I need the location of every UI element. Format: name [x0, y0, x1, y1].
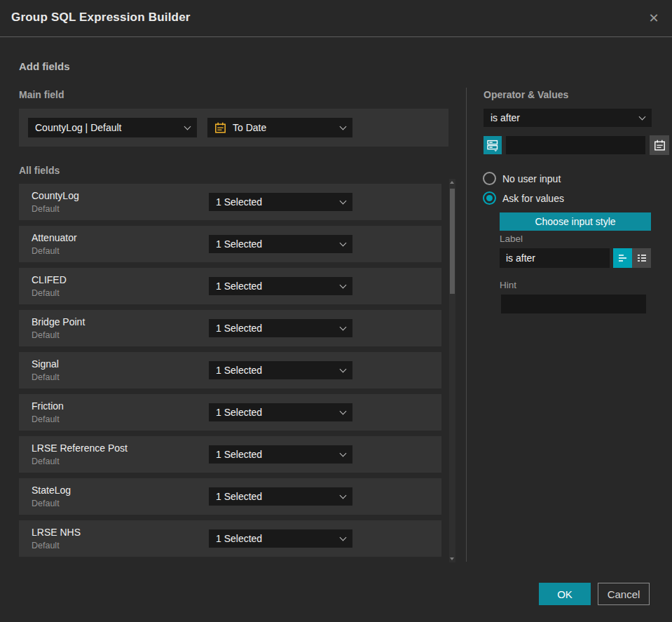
field-count-select[interactable]: 1 Selected — [209, 487, 352, 506]
chevron-down-icon — [340, 534, 347, 541]
field-subtitle: Default — [32, 414, 60, 424]
chevron-down-icon — [340, 407, 347, 414]
radio-label: No user input — [502, 173, 561, 184]
field-subtitle: Default — [32, 204, 60, 214]
radio-icon — [483, 172, 496, 185]
chevron-down-icon — [340, 281, 347, 288]
field-subtitle: Default — [32, 330, 60, 340]
operator-values-heading: Operator & Values — [484, 89, 568, 100]
field-name: Attenuator — [32, 232, 77, 243]
scroll-down-icon[interactable] — [450, 557, 454, 560]
list-icon — [636, 253, 647, 263]
list-scrollbar[interactable] — [449, 179, 455, 562]
field-subtitle: Default — [32, 457, 60, 466]
field-row: Signal Default 1 Selected — [19, 352, 441, 388]
add-fields-heading: Add fields — [19, 60, 70, 72]
date-field-select-value: To Date — [233, 122, 266, 133]
field-name: LRSE NHS — [32, 527, 81, 538]
choose-input-style-button[interactable]: Choose input style — [500, 212, 651, 231]
chevron-down-icon — [340, 449, 347, 457]
field-count-select[interactable]: 1 Selected — [209, 403, 352, 421]
scrollbar-thumb[interactable] — [450, 189, 455, 294]
field-name: Signal — [32, 358, 59, 370]
field-count-value: 1 Selected — [216, 196, 262, 208]
field-name: Bridge Point — [32, 316, 85, 327]
field-count-select[interactable]: 1 Selected — [209, 277, 352, 295]
hint-input[interactable] — [501, 295, 646, 313]
value-input[interactable] — [506, 136, 645, 154]
field-count-value: 1 Selected — [216, 449, 262, 460]
field-count-value: 1 Selected — [216, 280, 262, 292]
field-row: Friction Default 1 Selected — [19, 394, 441, 431]
field-count-select[interactable]: 1 Selected — [209, 445, 352, 464]
calendar-icon — [214, 122, 226, 134]
ok-button[interactable]: OK — [539, 583, 591, 605]
unique-values-button[interactable] — [484, 136, 502, 154]
main-field-select[interactable]: CountyLog | Default — [28, 118, 197, 137]
field-subtitle: Default — [32, 499, 60, 508]
close-icon[interactable]: ✕ — [645, 10, 662, 27]
field-count-select[interactable]: 1 Selected — [209, 529, 352, 548]
main-field-panel: CountyLog | Default To Date — [19, 109, 448, 147]
field-count-value: 1 Selected — [216, 533, 262, 544]
dialog-titlebar: Group SQL Expression Builder ✕ — [0, 0, 672, 37]
field-count-select[interactable]: 1 Selected — [209, 361, 352, 379]
chevron-down-icon — [184, 123, 191, 130]
field-count-value: 1 Selected — [216, 365, 262, 376]
operator-select-value: is after — [491, 112, 520, 123]
operator-select[interactable]: is after — [484, 109, 652, 127]
field-count-select[interactable]: 1 Selected — [209, 319, 352, 337]
field-name: CLIFED — [32, 274, 67, 285]
radio-label: Ask for values — [502, 193, 564, 204]
list-style-button[interactable] — [632, 248, 651, 268]
main-field-select-value: CountyLog | Default — [35, 122, 122, 133]
unique-values-icon — [486, 139, 499, 151]
field-row: Attenuator Default 1 Selected — [19, 226, 441, 262]
field-count-select[interactable]: 1 Selected — [209, 193, 352, 211]
date-picker-button[interactable] — [650, 135, 669, 155]
value-row — [484, 135, 652, 155]
field-row: LRSE Reference Post Default 1 Selected — [19, 436, 441, 473]
hint-field-label: Hint — [500, 280, 516, 290]
field-subtitle: Default — [32, 246, 60, 256]
field-name: Friction — [32, 400, 64, 412]
field-row: Bridge Point Default 1 Selected — [19, 310, 441, 346]
radio-no-user-input[interactable]: No user input — [483, 172, 561, 185]
field-subtitle: Default — [32, 288, 60, 298]
field-name: StateLog — [32, 485, 71, 496]
radio-ask-for-values[interactable]: Ask for values — [483, 191, 564, 205]
calendar-icon — [654, 140, 666, 151]
field-list: CountyLog Default 1 Selected Attenuator … — [19, 184, 441, 562]
chevron-down-icon — [340, 323, 347, 330]
chevron-down-icon — [340, 123, 347, 130]
field-row: StateLog Default 1 Selected — [19, 478, 441, 515]
panel-divider — [466, 88, 467, 562]
field-count-value: 1 Selected — [216, 407, 262, 418]
field-count-value: 1 Selected — [216, 323, 262, 334]
align-left-icon — [617, 253, 629, 263]
field-row: CLIFED Default 1 Selected — [19, 268, 441, 304]
chevron-down-icon — [340, 239, 347, 246]
field-row: LRSE NHS Default 1 Selected — [19, 520, 441, 557]
chevron-down-icon — [340, 197, 347, 204]
chevron-down-icon — [340, 492, 347, 499]
label-row — [500, 248, 651, 268]
scroll-up-icon[interactable] — [450, 181, 454, 184]
label-field-label: Label — [500, 234, 523, 244]
cancel-button[interactable]: Cancel — [598, 583, 650, 605]
date-field-select[interactable]: To Date — [207, 118, 352, 137]
field-subtitle: Default — [32, 541, 60, 550]
label-input[interactable] — [500, 248, 610, 268]
field-count-value: 1 Selected — [216, 238, 262, 250]
field-count-value: 1 Selected — [216, 491, 262, 502]
chevron-down-icon — [340, 365, 347, 372]
field-name: LRSE Reference Post — [32, 442, 128, 454]
field-row: CountyLog Default 1 Selected — [19, 184, 441, 220]
field-count-select[interactable]: 1 Selected — [209, 235, 352, 253]
field-name: CountyLog — [32, 190, 79, 201]
field-subtitle: Default — [32, 372, 60, 382]
chevron-down-icon — [639, 113, 646, 120]
all-fields-label: All fields — [19, 165, 60, 176]
single-line-style-button[interactable] — [613, 248, 632, 268]
radio-checked-icon — [483, 191, 496, 205]
